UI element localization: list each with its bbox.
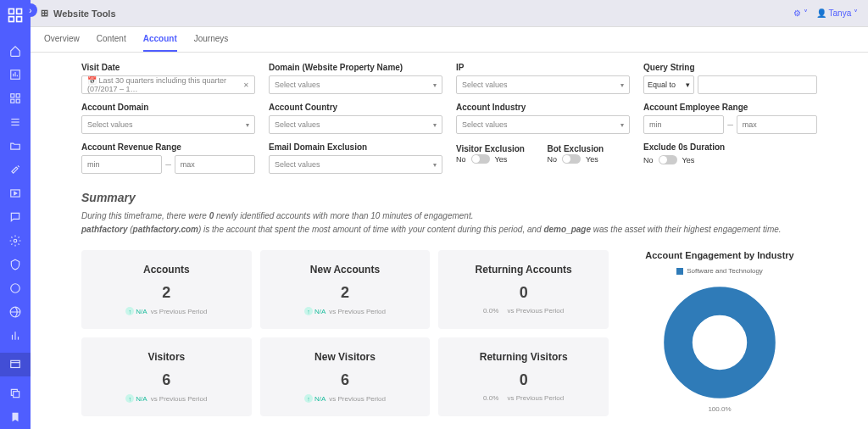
- folder-icon[interactable]: [8, 139, 22, 153]
- page-title: ⊞ Website Tools: [41, 8, 116, 19]
- card-visitors: Visitors 6 ↑N/Avs Previous Period: [81, 337, 252, 416]
- svg-rect-3: [17, 17, 22, 22]
- copy-icon[interactable]: [8, 387, 22, 400]
- query-string-input[interactable]: [698, 75, 817, 94]
- topbar: ⊞ Website Tools ⚙ ˅ 👤 Tanya ˅: [31, 0, 868, 27]
- card-returning-accounts: Returning Accounts 0 0.0% vs Previous Pe…: [438, 250, 609, 329]
- expand-sidebar-button[interactable]: ›: [24, 3, 37, 17]
- svg-rect-0: [9, 9, 14, 14]
- list-icon[interactable]: [8, 115, 22, 129]
- ip-label: IP: [456, 63, 630, 72]
- bars-icon[interactable]: [8, 329, 22, 343]
- gear-icon[interactable]: [8, 234, 22, 248]
- tab-journeys[interactable]: Journeys: [194, 27, 229, 52]
- svg-rect-2: [9, 17, 14, 22]
- account-industry-select[interactable]: Select values▾: [456, 115, 630, 134]
- gauge-icon: ⊞: [41, 8, 48, 19]
- card-returning-visitors: Returning Visitors 0 0.0% vs Previous Pe…: [438, 337, 609, 416]
- query-operator-select[interactable]: Equal to▾: [643, 75, 694, 94]
- svg-rect-23: [11, 360, 20, 367]
- grid-icon[interactable]: [8, 92, 22, 105]
- domain-select[interactable]: Select values▾: [269, 75, 442, 94]
- svg-point-17: [14, 239, 17, 242]
- account-domain-select[interactable]: Select values▾: [81, 115, 255, 134]
- svg-rect-1: [17, 9, 22, 14]
- play-icon[interactable]: [8, 187, 22, 200]
- tab-overview[interactable]: Overview: [44, 27, 80, 52]
- visitor-exclusion-toggle[interactable]: [471, 154, 490, 164]
- logo-icon: [7, 7, 24, 24]
- summary-heading: Summary: [81, 191, 817, 204]
- account-industry-label: Account Industry: [456, 103, 630, 112]
- chart-icon[interactable]: [8, 68, 22, 81]
- ip-select[interactable]: Select values▾: [456, 75, 630, 94]
- bot-exclusion-toggle[interactable]: [562, 154, 581, 164]
- svg-rect-9: [16, 94, 19, 98]
- home-icon[interactable]: [8, 44, 22, 58]
- settings-dropdown[interactable]: ⚙ ˅: [793, 8, 808, 18]
- globe-icon[interactable]: [8, 305, 22, 319]
- card-new-visitors: New Visitors 6 ↑N/Avs Previous Period: [260, 337, 431, 416]
- chart-title: Account Engagement by Industry: [622, 250, 817, 260]
- svg-rect-11: [16, 99, 19, 103]
- user-menu[interactable]: 👤 Tanya ˅: [816, 8, 858, 18]
- bookmark-icon[interactable]: [8, 410, 22, 424]
- donut-chart: [660, 283, 779, 402]
- exclude-0s-toggle[interactable]: [659, 155, 677, 164]
- employee-range-label: Account Employee Range: [643, 103, 817, 112]
- svg-marker-16: [14, 192, 17, 195]
- card-new-accounts: New Accounts 2 ↑N/Avs Previous Period: [260, 250, 431, 329]
- card-accounts: Accounts 2 ↑N/Avs Previous Period: [81, 250, 252, 329]
- visitor-exclusion-label: Visitor Exclusion: [456, 144, 525, 153]
- account-domain-label: Account Domain: [81, 103, 255, 112]
- chart-percent-label: 100.0%: [622, 405, 817, 413]
- visit-date-select[interactable]: 📅 Last 30 quarters including this quarte…: [81, 75, 255, 94]
- sidebar: ›: [0, 0, 31, 429]
- revenue-range-label: Account Revenue Range: [81, 142, 255, 152]
- account-country-label: Account Country: [269, 103, 442, 112]
- email-exclusion-label: Email Domain Exclusion: [269, 142, 442, 152]
- lock-icon[interactable]: [8, 281, 22, 295]
- revenue-max-input[interactable]: [175, 155, 255, 174]
- website-tools-icon[interactable]: [0, 353, 31, 376]
- summary-section: Summary During this timeframe, there wer…: [81, 191, 817, 237]
- svg-point-26: [678, 301, 761, 384]
- tools-icon[interactable]: [8, 163, 22, 176]
- query-string-label: Query String: [643, 63, 817, 72]
- message-icon[interactable]: [8, 210, 22, 224]
- email-exclusion-select[interactable]: Select values▾: [269, 155, 442, 174]
- domain-label: Domain (Website Property Name): [269, 63, 442, 72]
- employee-min-input[interactable]: [643, 115, 724, 134]
- svg-rect-8: [11, 94, 14, 98]
- shield-icon[interactable]: [8, 258, 22, 271]
- chart-legend: Software and Technology: [622, 267, 817, 275]
- chart-panel: Account Engagement by Industry Software …: [622, 250, 817, 416]
- account-country-select[interactable]: Select values▾: [269, 115, 442, 134]
- svg-point-18: [11, 284, 20, 293]
- tabs: Overview Content Account Journeys: [31, 27, 868, 53]
- exclude-0s-label: Exclude 0s Duration: [643, 142, 817, 152]
- bot-exclusion-label: Bot Exclusion: [548, 144, 604, 153]
- tab-account[interactable]: Account: [143, 27, 177, 52]
- svg-rect-25: [14, 392, 19, 398]
- visit-date-label: Visit Date: [81, 63, 255, 72]
- tab-content[interactable]: Content: [97, 27, 126, 52]
- revenue-min-input[interactable]: [81, 155, 162, 174]
- employee-max-input[interactable]: [737, 115, 817, 134]
- svg-rect-10: [11, 99, 14, 103]
